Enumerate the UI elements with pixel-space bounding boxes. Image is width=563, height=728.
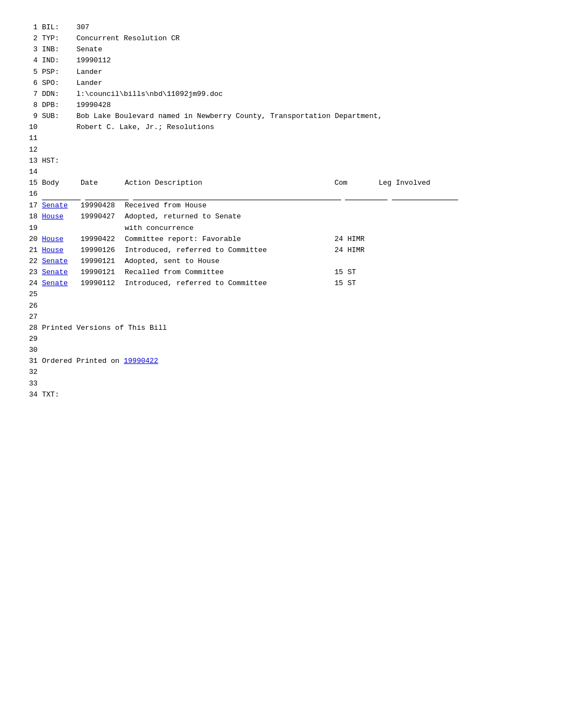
- line-11: 11: [22, 133, 541, 144]
- line-number: 20: [22, 234, 38, 245]
- line-8: 8DPB: 19990428: [22, 100, 541, 111]
- line-content: Printed Versions of This Bill: [42, 323, 541, 334]
- line-22: 22Senate19990121Adopted, sent to House: [22, 256, 541, 267]
- line-number: 32: [22, 367, 38, 378]
- line-21: 21House19990126Introduced, referred to C…: [22, 245, 541, 256]
- line-number: 7: [22, 89, 38, 100]
- line-content: IND: 19990112: [42, 55, 541, 66]
- line-content: [42, 301, 541, 312]
- line-33: 33: [22, 378, 541, 389]
- ordered-printed-date-link[interactable]: 19990422: [124, 357, 158, 365]
- col-body: House: [42, 234, 81, 245]
- line-number: 34: [22, 389, 38, 400]
- line-number: 15: [22, 178, 38, 189]
- line-content: [42, 144, 541, 156]
- line-content: House19990422Committee report: Favorable…: [42, 234, 541, 245]
- line-number: 9: [22, 111, 38, 122]
- col-date: 19990427: [81, 211, 125, 222]
- line-content: TXT:: [42, 389, 541, 400]
- line-number: 29: [22, 334, 38, 345]
- body-link[interactable]: House: [42, 235, 63, 243]
- line-number: 26: [22, 301, 38, 312]
- col-com: 15 ST: [334, 278, 379, 289]
- line-content: INB: Senate: [42, 44, 541, 55]
- header-action: Action Description: [125, 178, 334, 189]
- line-content: BodyDateAction DescriptionComLeg Involve…: [42, 178, 541, 189]
- col-body: Senate: [42, 267, 81, 278]
- line-34: 34TXT:: [22, 389, 541, 400]
- line-number: 5: [22, 67, 38, 78]
- line-17: 17Senate19990428Received from House: [22, 200, 541, 211]
- line-content: with concurrence: [42, 223, 541, 234]
- col-date: 19990121: [81, 267, 125, 278]
- line-number: 17: [22, 200, 38, 211]
- line-content: House19990427Adopted, returned to Senate: [42, 211, 541, 222]
- line-number: 16: [22, 189, 38, 200]
- col-com: 24 HIMR: [334, 234, 379, 245]
- col-com: 24 HIMR: [334, 245, 379, 256]
- line-number: 21: [22, 245, 38, 256]
- line-content: [42, 167, 541, 178]
- col-date: 19990121: [81, 256, 125, 267]
- col-date: 19990428: [81, 200, 125, 211]
- line-31: 31Ordered Printed on 19990422: [22, 356, 541, 367]
- col-action: Committee report: Favorable: [125, 234, 334, 245]
- line-content: Senate19990121Adopted, sent to House: [42, 256, 541, 267]
- line-number: 6: [22, 78, 38, 89]
- line-number: 19: [22, 223, 38, 234]
- line-content: Senate19990121Recalled from Committee15 …: [42, 267, 541, 278]
- line-number: 24: [22, 278, 38, 289]
- line-24: 24Senate19990112Introduced, referred to …: [22, 278, 541, 289]
- line-number: 12: [22, 144, 38, 156]
- line-content: BIL: 307: [42, 22, 541, 33]
- line-number: 23: [22, 267, 38, 278]
- body-link[interactable]: Senate: [42, 279, 68, 287]
- line-27: 27: [22, 312, 541, 323]
- col-action: Introduced, referred to Committee: [125, 245, 334, 256]
- body-link[interactable]: Senate: [42, 201, 68, 210]
- header-com: Com: [334, 178, 379, 189]
- line-number: 30: [22, 345, 38, 356]
- line-number: 2: [22, 33, 38, 44]
- line-15: 15BodyDateAction DescriptionComLeg Invol…: [22, 178, 541, 189]
- line-content: [42, 312, 541, 323]
- line-content: SPO: Lander: [42, 78, 541, 89]
- line-content: Robert C. Lake, Jr.; Resolutions: [42, 122, 541, 133]
- line-6: 6SPO: Lander: [22, 78, 541, 89]
- line-content: [42, 378, 541, 389]
- line-23: 23Senate19990121Recalled from Committee1…: [22, 267, 541, 278]
- col-body: Senate: [42, 256, 81, 267]
- line-content: [42, 334, 541, 345]
- body-link[interactable]: House: [42, 246, 63, 254]
- line-content: [42, 345, 541, 356]
- line-3: 3INB: Senate: [22, 44, 541, 55]
- line-19: 19 with concurrence: [22, 223, 541, 234]
- line-20: 20House19990422Committee report: Favorab…: [22, 234, 541, 245]
- line-content: [42, 133, 541, 144]
- line-content: DDN: l:\council\bills\nbd\11092jm99.doc: [42, 89, 541, 100]
- line-content: [42, 289, 541, 300]
- line-number: 14: [22, 167, 38, 178]
- line-content: House19990126Introduced, referred to Com…: [42, 245, 541, 256]
- col-body: Senate: [42, 278, 81, 289]
- line-content: TYP: Concurrent Resolution CR: [42, 33, 541, 44]
- line-12: 12: [22, 144, 541, 156]
- line-16: 16: [22, 189, 541, 200]
- line-26: 26: [22, 301, 541, 312]
- line-29: 29: [22, 334, 541, 345]
- body-link[interactable]: House: [42, 212, 63, 221]
- line-4: 4IND: 19990112: [22, 55, 541, 66]
- line-32: 32: [22, 367, 541, 378]
- line-content: PSP: Lander: [42, 67, 541, 78]
- body-link[interactable]: Senate: [42, 268, 68, 276]
- line-25: 25: [22, 289, 541, 300]
- line-number: 1: [22, 22, 38, 33]
- line-number: 13: [22, 156, 38, 167]
- line-1: 1BIL: 307: [22, 22, 541, 33]
- line-18: 18House19990427Adopted, returned to Sena…: [22, 211, 541, 222]
- line-2: 2TYP: Concurrent Resolution CR: [22, 33, 541, 44]
- col-action: Recalled from Committee: [125, 267, 334, 278]
- line-number: 28: [22, 323, 38, 334]
- line-content: Senate19990428Received from House: [42, 200, 541, 211]
- body-link[interactable]: Senate: [42, 257, 68, 265]
